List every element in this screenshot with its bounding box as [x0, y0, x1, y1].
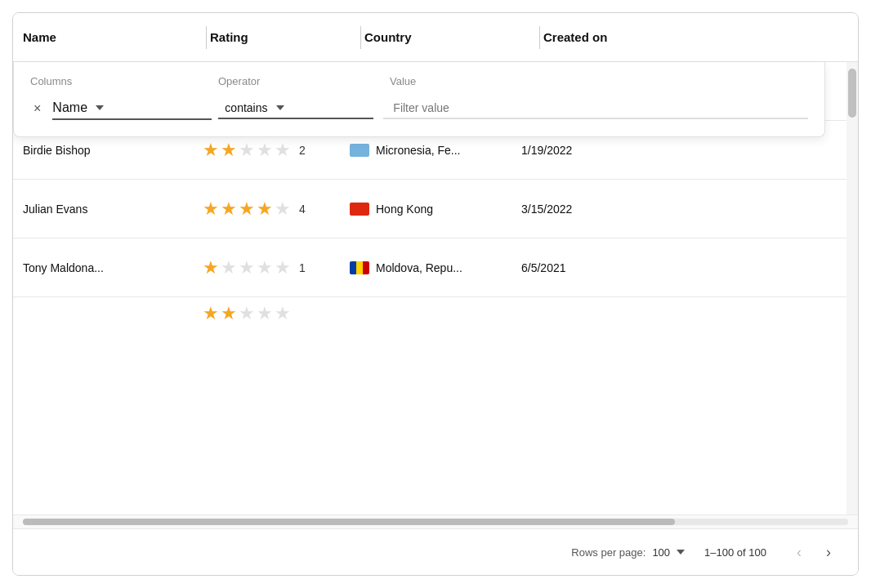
col-rating-label: Rating [210, 30, 248, 44]
flag-icon [350, 144, 369, 157]
horizontal-scrollbar-container [13, 514, 858, 528]
star-2: ★ [221, 198, 237, 220]
col-created-header: Created on [543, 30, 848, 44]
star-1: ★ [203, 303, 219, 324]
col-name-label: Name [23, 30, 56, 44]
filter-column-select[interactable]: Name [52, 97, 212, 120]
flag-icon [350, 261, 369, 274]
rows-per-page-value: 100 [652, 546, 670, 559]
star-4: ★ [257, 303, 273, 324]
filter-operator-label: Operator [218, 75, 390, 87]
chevron-down-icon-2 [276, 105, 284, 110]
filter-columns-label: Columns [30, 75, 218, 87]
star-3: ★ [239, 303, 255, 324]
pagination-info: 1–100 of 100 [704, 546, 766, 559]
cell-name: Tony Maldona... [23, 248, 203, 287]
col-name-header: Name [23, 20, 203, 54]
country-name: Micronesia, Fe... [376, 144, 460, 157]
star-2: ★ [221, 303, 237, 324]
star-1: ★ [203, 198, 219, 220]
filter-value-input[interactable] [383, 98, 808, 119]
stars: ★ ★ ★ ★ ★ [203, 140, 291, 161]
chevron-down-icon [96, 105, 104, 110]
star-1: ★ [203, 140, 219, 161]
vertical-scrollbar-track[interactable] [846, 62, 858, 514]
cell-country: Moldova, Repu... [350, 261, 521, 274]
filter-value-label: Value [390, 75, 808, 87]
col-created-label: Created on [543, 30, 607, 44]
flag-icon [350, 203, 369, 216]
filter-operator-select[interactable]: contains [218, 98, 373, 119]
filter-operator-value: contains [225, 101, 267, 114]
col-sep-1 [206, 26, 207, 49]
star-3: ★ [239, 257, 255, 278]
table-row: Tony Maldona... ★ ★ ★ ★ ★ 1 Moldova, Rep… [13, 238, 858, 297]
close-icon: × [34, 101, 41, 116]
star-4: ★ [257, 140, 273, 161]
stars: ★ ★ ★ ★ ★ [203, 303, 291, 324]
horizontal-scrollbar-thumb[interactable] [23, 519, 675, 525]
country-name: Moldova, Repu... [376, 261, 462, 274]
stars: ★ ★ ★ ★ ★ [203, 257, 291, 278]
col-country-header: Country [364, 30, 536, 44]
star-3: ★ [239, 198, 255, 220]
cell-created: 1/19/2022 [521, 144, 848, 157]
star-5: ★ [275, 198, 291, 220]
cell-created: 3/15/2022 [521, 203, 848, 216]
partial-row: ★ ★ ★ ★ ★ [13, 297, 858, 330]
pagination-nav: ‹ › [786, 539, 842, 565]
col-sep-3 [539, 26, 540, 49]
rows-per-page-control: Rows per page: 100 [571, 546, 685, 559]
rating-num: 1 [299, 261, 306, 274]
filter-column-value: Name [52, 100, 87, 115]
star-4: ★ [257, 198, 273, 220]
vertical-scrollbar-thumb[interactable] [848, 69, 856, 118]
cell-rating: ★ ★ ★ ★ ★ 1 [203, 257, 350, 278]
prev-page-button[interactable]: ‹ [786, 539, 812, 565]
chevron-down-icon-3 [677, 550, 685, 555]
filter-row: × Name contains [30, 97, 808, 120]
next-page-button[interactable]: › [815, 539, 842, 565]
star-5: ★ [275, 303, 291, 324]
cell-country: Hong Kong [350, 203, 521, 216]
filter-close-button[interactable]: × [30, 98, 44, 119]
star-5: ★ [275, 140, 291, 161]
cell-rating: ★ ★ ★ ★ ★ 2 [203, 140, 350, 161]
rating-num: 2 [299, 144, 306, 157]
country-name: Hong Kong [376, 203, 433, 216]
cell-rating: ★ ★ ★ ★ ★ [203, 303, 350, 324]
col-country-label: Country [364, 30, 412, 44]
table-footer: Rows per page: 100 1–100 of 100 ‹ › [13, 528, 858, 575]
filter-panel: Columns Operator Value × Name contains [13, 62, 825, 137]
star-2: ★ [221, 140, 237, 161]
horizontal-scrollbar-track[interactable] [23, 519, 848, 525]
rows-per-page-label: Rows per page: [571, 546, 645, 559]
stars: ★ ★ ★ ★ ★ [203, 198, 291, 220]
col-sep-2 [360, 26, 361, 49]
cell-name: Julian Evans [23, 189, 203, 229]
cell-country: Micronesia, Fe... [350, 144, 521, 157]
star-4: ★ [257, 257, 273, 278]
cell-rating: ★ ★ ★ ★ ★ 4 [203, 198, 350, 220]
rating-num: 4 [299, 203, 306, 216]
col-rating-header: Rating [210, 30, 357, 44]
filter-labels: Columns Operator Value [30, 75, 808, 87]
star-2: ★ [221, 257, 237, 278]
rows-per-page-dropdown[interactable]: 100 [652, 546, 685, 559]
star-1: ★ [203, 257, 219, 278]
cell-name [23, 301, 203, 327]
data-table: Name Rating Country Created on Columns O… [12, 12, 859, 576]
table-header: Name Rating Country Created on Columns O… [13, 13, 858, 62]
table-row: Julian Evans ★ ★ ★ ★ ★ 4 Hong Kong 3/15/… [13, 180, 858, 238]
cell-created: 6/5/2021 [521, 261, 848, 274]
star-5: ★ [275, 257, 291, 278]
star-3: ★ [239, 140, 255, 161]
